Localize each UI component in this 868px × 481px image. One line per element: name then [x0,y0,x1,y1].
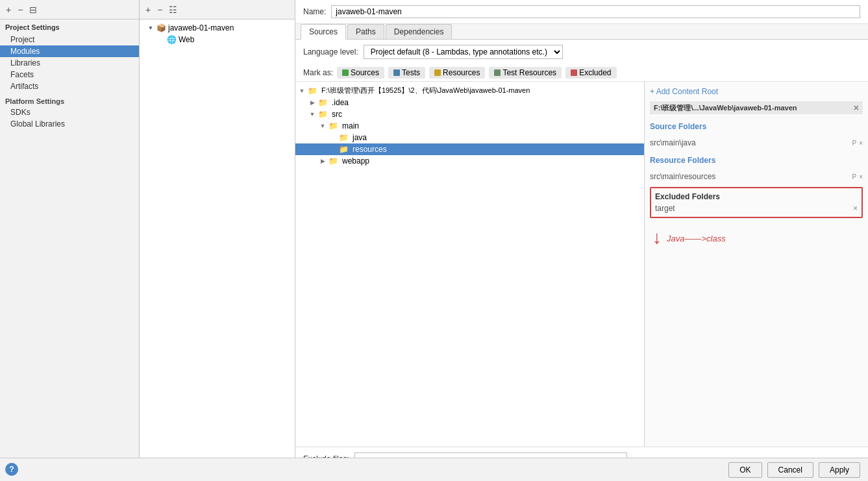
mark-tests-button[interactable]: Tests [388,67,425,79]
resource-folder-item: src\main\resources P × [650,171,863,182]
test-res-dot [494,69,501,76]
resource-folder-actions: P × [852,173,863,180]
sidebar-toolbar: + − ⊟ [0,0,139,19]
file-tree-area: ▼ 📁 F:\班级管理\西开【19525】\2、代码\JavaWeb\javaw… [295,82,644,447]
content-root-path-label: F:\班级管理\...\JavaWeb\javaweb-01-maven [654,103,797,113]
source-folder-path: src\main\java [650,138,852,147]
tests-dot [393,69,400,76]
tree-node-javaweb[interactable]: ▼ 📦 javaweb-01-maven [140,22,295,34]
sources-dot [342,69,349,76]
tabs-row: Sources Paths Dependencies [295,24,868,40]
sidebar-item-artifacts[interactable]: Artifacts [0,80,139,92]
down-arrow-icon: ↓ [652,228,662,247]
copy-module-button[interactable]: ⊟ [27,4,39,16]
right-info-panel: + Add Content Root F:\班级管理\...\JavaWeb\j… [644,82,868,447]
main-expand-arrow: ▼ [319,123,327,129]
source-folders-title: Source Folders [650,122,863,131]
close-content-root-button[interactable]: × [854,103,859,113]
mark-test-resources-button[interactable]: Test Resources [489,67,562,79]
excluded-folders-title: Excluded Folders [655,192,858,201]
webapp-expand-arrow: ▶ [319,158,327,164]
mark-excluded-label: Excluded [579,68,611,77]
excluded-dot [571,69,577,76]
apply-button[interactable]: Apply [819,462,860,478]
tree-node-web[interactable]: 🌐 Web [140,34,295,45]
mark-excluded-button[interactable]: Excluded [565,67,616,79]
add-content-root-button[interactable]: + Add Content Root [650,87,863,96]
root-folder-icon: 📁 [308,86,317,95]
excluded-folder-path: target [655,204,675,213]
src-folder-label: src [332,110,342,119]
mark-resources-label: Resources [443,68,480,77]
sidebar-item-libraries[interactable]: Libraries [0,57,139,69]
tab-dependencies[interactable]: Dependencies [386,24,453,39]
module-tree-toolbar: + − ☷ [140,0,295,19]
tree-node-web-label: Web [179,35,194,44]
mark-tests-label: Tests [402,68,420,77]
list-button[interactable]: ☷ [167,4,179,16]
language-level-label: Language level: [303,47,358,56]
sidebar-item-facets[interactable]: Facets [0,69,139,80]
add-module-button[interactable]: + [4,4,13,16]
main-folder-icon: 📁 [329,121,338,130]
resource-folder-p-button[interactable]: P [852,173,856,180]
platform-settings-title: Platform Settings [0,92,139,106]
webapp-folder-label: webapp [342,156,369,166]
resources-folder-icon: 📁 [339,145,349,154]
ftree-webapp[interactable]: ▶ 📁 webapp [295,155,644,167]
cancel-button[interactable]: Cancel [767,462,813,478]
source-folder-x-button[interactable]: × [859,140,863,147]
add-item-button[interactable]: + [143,4,153,16]
java-to-class-annotation: ↓ Java——>class [650,223,863,252]
annotation-text: Java——>class [667,228,726,243]
resources-folder-label: resources [353,145,387,154]
sidebar-item-modules[interactable]: Modules [0,45,139,57]
java-folder-icon: 📁 [339,133,349,142]
help-button[interactable]: ? [5,463,18,476]
ftree-idea[interactable]: ▶ 📁 .idea [295,97,644,108]
mark-sources-button[interactable]: Sources [337,67,384,79]
chevron-down-icon: ▼ [147,25,155,31]
resources-dot [434,69,441,76]
project-settings-section: Project Settings [0,19,139,34]
tree-node-javaweb-label: javaweb-01-maven [168,23,234,32]
source-folder-item: src\main\java P × [650,138,863,148]
src-folder-icon: 📁 [318,110,328,119]
name-label: Name: [303,7,326,16]
name-input[interactable] [331,5,860,18]
source-folder-actions: P × [852,140,863,147]
mark-test-resources-label: Test Resources [502,68,556,77]
sidebar-item-sdks[interactable]: SDKs [0,106,139,118]
tab-paths[interactable]: Paths [347,24,384,39]
content-area: ▼ 📁 F:\班级管理\西开【19525】\2、代码\JavaWeb\javaw… [295,81,868,447]
resource-folder-x-button[interactable]: × [859,173,863,180]
source-folder-p-button[interactable]: P [852,140,856,147]
footer: OK Cancel Apply [0,458,868,481]
language-level-select[interactable]: Project default (8 - Lambdas, type annot… [364,45,563,59]
tab-sources[interactable]: Sources [301,24,346,40]
remove-item-button[interactable]: − [155,4,164,16]
excluded-folders-section: Excluded Folders target × [650,187,863,218]
ok-button[interactable]: OK [728,462,762,478]
ftree-java[interactable]: 📁 java [295,132,644,143]
root-folder-label: F:\班级管理\西开【19525】\2、代码\JavaWeb\javaweb-0… [321,86,530,95]
root-expand-arrow: ▼ [298,88,306,94]
ftree-root[interactable]: ▼ 📁 F:\班级管理\西开【19525】\2、代码\JavaWeb\javaw… [295,84,644,97]
ftree-main[interactable]: ▼ 📁 main [295,120,644,132]
idea-folder-label: .idea [332,98,349,107]
sidebar-item-global-libraries[interactable]: Global Libraries [0,118,139,130]
module-tree-panel: + − ☷ ▼ 📦 javaweb-01-maven 🌐 Web [140,0,295,481]
main-folder-label: main [342,121,359,130]
excluded-folder-x-button[interactable]: × [853,204,858,213]
idea-expand-arrow: ▶ [308,99,316,106]
mark-resources-button[interactable]: Resources [429,67,485,79]
remove-module-button[interactable]: − [16,4,25,16]
resource-folder-path: src\main\resources [650,172,852,181]
mark-as-label: Mark as: [303,68,333,77]
ftree-resources[interactable]: 📁 resources [295,143,644,155]
content-root-path-header: F:\班级管理\...\JavaWeb\javaweb-01-maven × [650,101,863,114]
ftree-src[interactable]: ▼ 📁 src [295,108,644,120]
module-icon: 📦 [156,23,166,32]
sidebar-item-project[interactable]: Project [0,34,139,45]
web-icon: 🌐 [167,35,177,44]
